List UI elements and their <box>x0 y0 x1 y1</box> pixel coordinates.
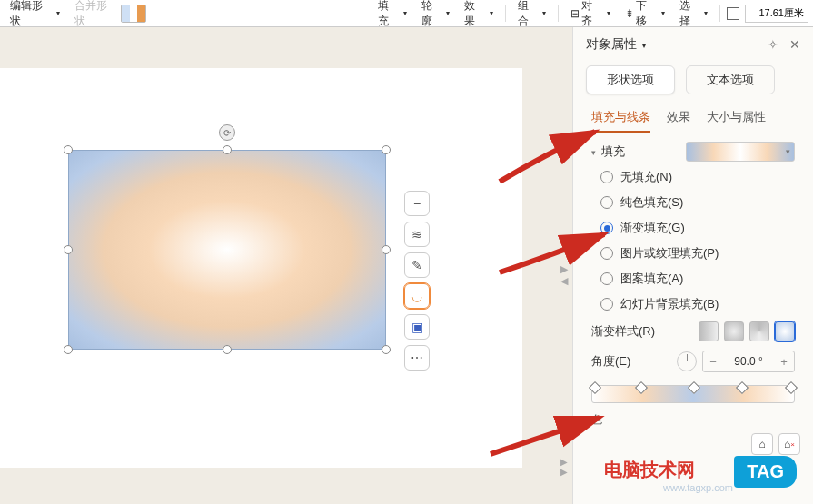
align-dropdown[interactable]: ⊟ 对齐▾ <box>565 0 616 31</box>
gradient-stop-4[interactable] <box>736 381 749 394</box>
gradient-stops-bar[interactable] <box>591 385 795 403</box>
effect-dropdown[interactable]: 效果▾ <box>459 0 499 31</box>
collapse-chevron-bottom[interactable]: ▶▶ <box>560 457 568 477</box>
gradient-stop-2[interactable] <box>635 381 648 394</box>
fill-type-radio-group: 无填充(N) 纯色填充(S) 渐变填充(G) 图片或纹理填充(P) 图案填充(A… <box>591 169 795 312</box>
resize-handle-n[interactable] <box>223 145 232 154</box>
move-down-dropdown[interactable]: ⇟ 下移▾ <box>620 0 670 31</box>
angle-decrease[interactable]: − <box>703 355 723 369</box>
resize-handle-e[interactable] <box>382 245 391 254</box>
style-thumb[interactable] <box>121 5 146 23</box>
fill-preview-dropdown[interactable]: ▾ <box>686 142 795 162</box>
radio-picture-fill[interactable]: 图片或纹理填充(P) <box>600 245 795 262</box>
resize-handle-ne[interactable] <box>382 145 391 154</box>
fill-tool-button[interactable]: ◡ <box>404 283 430 309</box>
fill-section-header[interactable]: ▾填充 <box>591 143 625 160</box>
resize-handle-sw[interactable] <box>64 345 73 354</box>
layers-button[interactable]: ≋ <box>404 222 430 247</box>
top-toolbar: 编辑形状▾ 合并形状▾ 填充▾ 轮廓▾ 效果▾ 组合▾ ⊟ 对齐▾ ⇟ 下移▾ … <box>0 0 813 27</box>
pin-icon[interactable]: ✧ <box>768 37 778 52</box>
group-dropdown[interactable]: 组合▾ <box>512 0 552 31</box>
radio-gradient-fill[interactable]: 渐变填充(G) <box>600 220 795 236</box>
gradient-style-label: 渐变样式(R) <box>591 323 655 340</box>
lock-aspect-icon[interactable] <box>727 7 739 20</box>
frame-button[interactable]: ▣ <box>404 314 430 340</box>
tab-text-options[interactable]: 文本选项 <box>686 65 775 94</box>
grad-style-conic[interactable] <box>749 321 769 341</box>
watermark-site: 电脑技术网 <box>604 458 695 482</box>
angle-stepper[interactable]: − 90.0 ° + <box>702 351 795 372</box>
close-icon[interactable]: ✕ <box>789 37 800 52</box>
radio-solid-fill[interactable]: 纯色填充(S) <box>600 194 795 211</box>
grad-style-linear[interactable] <box>699 321 719 341</box>
gradient-rectangle[interactable] <box>68 150 386 350</box>
collapse-panel-chevron[interactable]: ▶◀ <box>560 263 568 287</box>
grad-style-rect[interactable] <box>775 321 795 341</box>
zoom-out-button[interactable]: − <box>404 191 430 216</box>
resize-handle-se[interactable] <box>382 345 391 354</box>
color-label: 色 <box>573 403 813 428</box>
angle-increase[interactable]: + <box>774 355 794 369</box>
edit-shape-dropdown[interactable]: 编辑形状▾ <box>5 0 65 31</box>
properties-panel: 对象属性 ▾ ✧ ✕ 形状选项 文本选项 填充与线条 效果 大小与属性 ▾填充 … <box>572 27 813 504</box>
rotate-handle[interactable]: ⟳ <box>219 124 235 141</box>
add-stop-button[interactable]: ⌂ <box>751 433 773 455</box>
outline-dropdown[interactable]: 轮廓▾ <box>416 0 456 31</box>
tab-shape-options[interactable]: 形状选项 <box>586 65 675 94</box>
resize-handle-w[interactable] <box>64 245 73 254</box>
gradient-stop-1[interactable] <box>589 381 601 394</box>
subtab-fill-line[interactable]: 填充与线条 <box>591 109 650 133</box>
panel-title: 对象属性 <box>586 36 637 51</box>
grad-style-radial[interactable] <box>724 321 744 341</box>
angle-value: 90.0 ° <box>723 355 774 368</box>
select-dropdown[interactable]: 选择▾ <box>674 0 714 31</box>
width-input[interactable] <box>745 5 808 23</box>
angle-label: 角度(E) <box>591 353 630 370</box>
gradient-style-swatches <box>699 321 795 341</box>
radio-pattern-fill[interactable]: 图案填充(A) <box>600 271 795 287</box>
watermark-url: www.tagxp.com <box>663 482 733 493</box>
radio-slide-bg-fill[interactable]: 幻灯片背景填充(B) <box>600 296 795 312</box>
subtab-effect[interactable]: 效果 <box>667 109 690 133</box>
selected-shape[interactable]: ⟳ <box>68 150 386 350</box>
eyedropper-button[interactable]: ✎ <box>404 252 430 278</box>
gradient-stop-3[interactable] <box>687 381 699 394</box>
remove-stop-button[interactable]: ⌂× <box>778 433 800 455</box>
watermark-tag: TAG <box>734 456 797 488</box>
radio-no-fill[interactable]: 无填充(N) <box>600 169 795 185</box>
floating-toolbar: − ≋ ✎ ◡ ▣ ⋯ <box>404 191 430 371</box>
slide-page[interactable]: ⟳ <box>0 68 522 468</box>
fill-dropdown[interactable]: 填充▾ <box>372 0 412 31</box>
resize-handle-s[interactable] <box>223 345 232 354</box>
resize-handle-nw[interactable] <box>64 145 73 154</box>
angle-dial[interactable] <box>677 351 697 371</box>
more-button[interactable]: ⋯ <box>404 345 430 371</box>
subtab-size[interactable]: 大小与属性 <box>707 109 766 133</box>
gradient-stop-5[interactable] <box>785 381 798 394</box>
canvas-workspace: ⟳ − ≋ ✎ ◡ ▣ ⋯ ▶◀ ▶▶ <box>0 27 568 504</box>
